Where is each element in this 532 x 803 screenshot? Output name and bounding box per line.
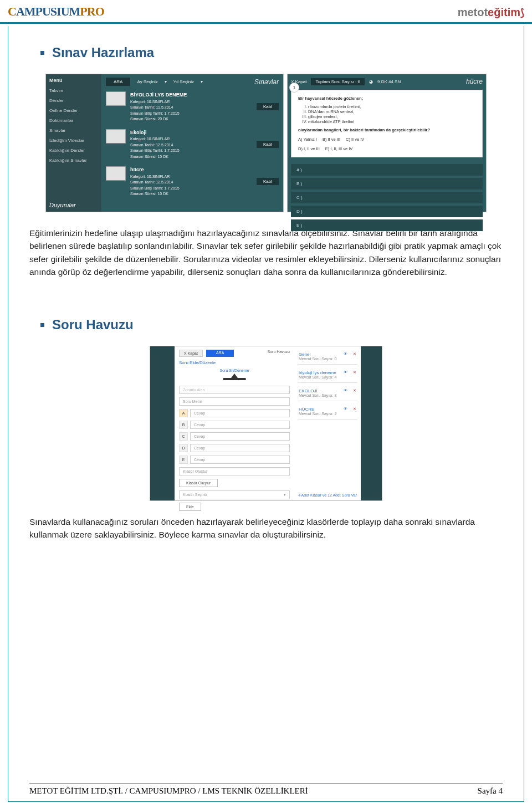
option-label: C	[179, 432, 188, 441]
view-icon[interactable]: 👁	[344, 352, 347, 356]
option-label: E	[179, 456, 188, 464]
option-label: A	[179, 409, 188, 417]
image-url-input[interactable]: Zorunlu Alan	[179, 386, 290, 394]
question-number: 1	[289, 83, 299, 93]
section2-paragraph: Sınavlarda kullanacağınız soruları önced…	[29, 515, 503, 541]
search-button[interactable]: ARA	[206, 350, 234, 357]
logo-metotegitim: metoteğitim⟆	[458, 6, 524, 19]
sidebar-item[interactable]: Katıldığım Sınavlar	[49, 158, 98, 163]
bullet-icon	[40, 51, 44, 55]
answer-option[interactable]: A )	[291, 164, 483, 176]
delete-icon[interactable]: ✕	[353, 388, 356, 393]
answer-option[interactable]: E )	[291, 219, 483, 231]
pool-title: Soru Havuzu	[268, 350, 290, 357]
screenshot-row-2: X Kapat ARA Soru Havuzu Soru Ekle/Düzenl…	[29, 346, 503, 501]
exam-thumbnail	[106, 91, 126, 106]
answer-option[interactable]: B )	[291, 178, 483, 190]
right-rail	[361, 346, 382, 500]
join-button[interactable]: Katıl	[257, 103, 279, 110]
document-header: CCAMPUSIUMPROAMPUSIUMPRO metoteğitim⟆	[0, 0, 532, 24]
sidebar-item[interactable]: Online Dersler	[49, 108, 98, 113]
answer-input[interactable]: Cevap	[190, 456, 290, 464]
join-button[interactable]: Katıl	[257, 178, 279, 185]
clock-icon: ◕	[369, 79, 373, 84]
answer-input[interactable]: Cevap	[190, 421, 290, 429]
flame-icon: ⟆	[520, 7, 524, 18]
chevron-down-icon: ▾	[284, 493, 286, 497]
footer-page-number: Sayfa 4	[478, 786, 503, 796]
exam-thumbnail	[106, 129, 126, 144]
close-button[interactable]: X Kapat	[179, 350, 203, 357]
sidebar-item[interactable]: İzlediğim Videolar	[49, 138, 98, 143]
exam-thumbnail	[106, 166, 126, 181]
answer-option[interactable]: D )	[291, 206, 483, 217]
exam-name: hücre	[466, 78, 483, 85]
answer-input[interactable]: Cevap	[190, 444, 290, 452]
delete-icon[interactable]: ✕	[353, 407, 356, 411]
add-edit-title: Soru Ekle/Düzenle	[179, 360, 290, 365]
logo-campusiumpro: CCAMPUSIUMPROAMPUSIUMPRO	[8, 4, 104, 19]
left-rail	[150, 346, 175, 500]
search-button[interactable]: ARA	[106, 78, 130, 86]
folder-item[interactable]: ✕👁 biyoloji lys deneme Mevcut Soru Sayıs…	[298, 368, 357, 383]
section-heading-sinav-hazirlama: Sınav Hazırlama	[29, 45, 503, 60]
footer-left: METOT EĞİTİM LTD.ŞTİ. / CAMPUSIUMPRO / L…	[29, 786, 308, 796]
exam-title: Ekoloji	[130, 129, 252, 137]
sidebar-item[interactable]: Dersler	[49, 98, 98, 103]
page-frame: Sınav Hazırlama Menü Takvim Dersler Onli…	[8, 26, 524, 802]
screenshot-row-1: Menü Takvim Dersler Online Dersler Doküm…	[29, 74, 503, 212]
exam-title: BİYOLOJİ LYS DENEME	[130, 91, 252, 99]
section-heading-soru-havuzu: Soru Havuzu	[29, 317, 503, 333]
join-button[interactable]: Katıl	[257, 141, 279, 148]
folder-item[interactable]: ✕👁 HÜCRE Mevcut Soru Sayısı: 2	[298, 405, 357, 420]
page-footer: METOT EĞİTİM LTD.ŞTİ. / CAMPUSIUMPRO / L…	[29, 784, 503, 796]
menu-title: Menü	[49, 78, 98, 83]
question-count-badge: Toplam Soru Sayısı : 6	[311, 78, 364, 85]
announcements[interactable]: Duyurular	[49, 202, 98, 208]
year-select[interactable]: Yıl Seçiniz	[173, 79, 194, 84]
timer: 9 DK 44 SN	[377, 79, 401, 84]
exam-card: hücre Kategori: 10.SINIFLAR Sınavın Tari…	[106, 166, 279, 197]
sidebar-item[interactable]: Takvim	[49, 88, 98, 93]
question-card: 1 Bir hayvansal hücrede gözlenen; ribozo…	[291, 90, 483, 157]
view-icon[interactable]: 👁	[344, 388, 347, 392]
screenshot-question-pool: X Kapat ARA Soru Havuzu Soru Ekle/Düzenl…	[150, 346, 382, 501]
answer-option[interactable]: C )	[291, 192, 483, 203]
add-button[interactable]: Ekle	[179, 503, 201, 511]
option-label: D	[179, 444, 188, 452]
bullet-icon	[40, 323, 44, 327]
question-text-input[interactable]: Soru Metni	[179, 397, 290, 406]
screenshot-exam-question: X Kapat Toplam Soru Sayısı : 6 ◕ 9 DK 44…	[287, 74, 487, 212]
folder-create-button[interactable]: Klasör Oluştur	[179, 479, 218, 487]
exam-title: hücre	[130, 166, 252, 174]
screenshot-exam-list: Menü Takvim Dersler Online Dersler Doküm…	[45, 74, 284, 212]
month-select[interactable]: Ay Seçiniz	[137, 79, 157, 84]
view-icon[interactable]: 👁	[344, 370, 347, 374]
sidebar-item[interactable]: Sınavlar	[49, 128, 98, 133]
section1-paragraph: Eğitimlerinizin hedefine ulaşıp ulaşmadı…	[29, 227, 503, 278]
folder-item[interactable]: ✕👁 EKOLOJİ Mevcut Soru Sayısı: 3	[298, 386, 357, 401]
folder-item[interactable]: ✕👁 Genel Mevcut Soru Sayısı: 0	[298, 350, 357, 365]
delete-link[interactable]: Soru Sil/Deneme	[179, 369, 290, 372]
delete-icon[interactable]: ✕	[353, 352, 356, 356]
exam-card: BİYOLOJİ LYS DENEME Kategori: 10.SINIFLA…	[106, 91, 279, 122]
folder-create-input[interactable]: Klasör Oluştur	[179, 467, 290, 475]
exams-heading: Sınavlar	[254, 78, 279, 86]
view-icon[interactable]: 👁	[344, 407, 347, 411]
page-content: Sınav Hazırlama Menü Takvim Dersler Onli…	[8, 26, 524, 564]
folder-summary: 4 Adet Klasör ve 12 Adet Soru Var	[298, 493, 357, 497]
upload-icon[interactable]	[223, 378, 246, 380]
exam-card: Ekoloji Kategori: 10.SINIFLAR Sınavın Ta…	[106, 129, 279, 160]
folder-select[interactable]: Klasör Seçiniz ▾	[179, 490, 290, 499]
answer-input[interactable]: Cevap	[190, 432, 290, 441]
delete-icon[interactable]: ✕	[353, 370, 356, 375]
answer-input[interactable]: Cevap	[190, 409, 290, 417]
option-label: B	[179, 421, 188, 429]
sidebar-item[interactable]: Dokümanlar	[49, 118, 98, 123]
sidebar-item[interactable]: Katıldığım Dersler	[49, 148, 98, 153]
sidebar-menu: Menü Takvim Dersler Online Dersler Doküm…	[46, 74, 101, 212]
